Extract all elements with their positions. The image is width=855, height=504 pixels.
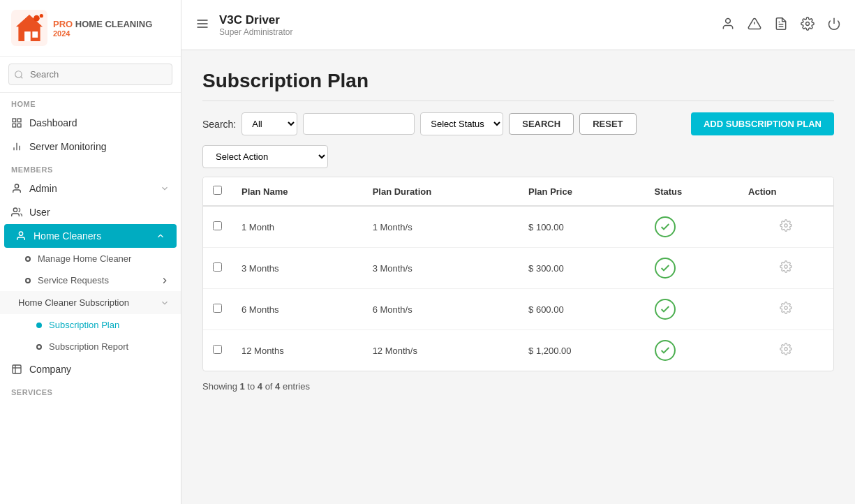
sidebar-item-subscription-report[interactable]: Subscription Report (0, 336, 181, 357)
topbar: V3C Driver Super Administrator (181, 0, 855, 50)
table-row: 1 Month 1 Month/s $ 100.00 (203, 206, 833, 248)
row-gear-button[interactable] (780, 262, 792, 276)
checkmark-icon (660, 345, 671, 356)
sidebar-item-subscription-plan[interactable]: Subscription Plan (0, 314, 181, 336)
dot-empty-icon-2 (25, 278, 31, 283)
row-plan-duration: 6 Month/s (363, 289, 519, 330)
settings-icon (801, 17, 815, 31)
hamburger-icon (195, 17, 209, 31)
svg-point-31 (785, 223, 788, 227)
svg-point-6 (15, 71, 22, 77)
reset-button[interactable]: RESET (579, 113, 636, 135)
search-button[interactable]: SEARCH (509, 113, 574, 135)
checkmark-icon (660, 262, 671, 274)
gear-icon-btn[interactable] (801, 17, 815, 33)
status-active-icon (655, 299, 676, 320)
sidebar-item-home-cleaner-subscription[interactable]: Home Cleaner Subscription (0, 291, 181, 314)
table-header-row: Plan Name Plan Duration Plan Price Statu… (203, 177, 833, 206)
header-action: Action (738, 177, 833, 206)
svg-point-5 (40, 14, 43, 17)
gear-action-icon (780, 302, 792, 314)
home-cleaner-subscription-label: Home Cleaner Subscription (18, 297, 129, 308)
select-all-checkbox[interactable] (213, 186, 222, 195)
sidebar-item-server-monitoring[interactable]: Server Monitoring (0, 135, 181, 158)
sidebar-item-service-requests[interactable]: Service Requests (0, 269, 181, 291)
action-select[interactable]: Select Action Delete (202, 145, 328, 168)
subscription-report-label: Subscription Report (49, 341, 128, 352)
sidebar-item-home-cleaners[interactable]: Home Cleaners (4, 224, 177, 248)
sidebar: PRO HOME CLEANING 2024 HOME Dashboard Se… (0, 0, 181, 504)
svg-rect-8 (13, 119, 16, 122)
row-checkbox-1[interactable] (213, 262, 222, 272)
row-checkbox-3[interactable] (213, 345, 222, 354)
menu-button[interactable] (195, 17, 209, 33)
subscription-table: Plan Name Plan Duration Plan Price Statu… (202, 177, 834, 371)
svg-rect-2 (24, 31, 31, 41)
entries-from: 1 (239, 381, 244, 392)
search-text-input[interactable] (303, 113, 415, 135)
user-icon (721, 17, 735, 31)
search-field-select[interactable]: All (241, 112, 297, 135)
sidebar-item-manage-home-cleaner[interactable]: Manage Home Cleaner (0, 248, 181, 269)
gear-action-icon (780, 219, 792, 232)
table-row: 12 Months 12 Month/s $ 1,200.00 (203, 330, 833, 371)
svg-point-24 (726, 19, 731, 24)
sidebar-search-area (0, 57, 181, 93)
chevron-down-icon (160, 184, 170, 193)
table-row: 6 Months 6 Month/s $ 600.00 (203, 289, 833, 330)
svg-rect-11 (17, 124, 21, 127)
row-plan-name: 6 Months (232, 289, 363, 330)
row-gear-button[interactable] (780, 303, 792, 317)
svg-point-16 (13, 208, 17, 212)
row-checkbox-0[interactable] (213, 221, 222, 230)
status-active-icon (655, 258, 676, 279)
entries-to: 4 (258, 381, 262, 392)
row-plan-duration: 3 Month/s (363, 248, 519, 289)
user-label: User (29, 207, 50, 218)
sidebar-item-user[interactable]: User (0, 200, 181, 224)
action-bar: Select Action Delete (202, 145, 834, 168)
row-plan-duration: 12 Month/s (363, 330, 519, 371)
company-label: Company (29, 364, 71, 375)
row-plan-price: $ 1,200.00 (519, 330, 644, 371)
header-checkbox-cell (203, 177, 232, 206)
row-checkbox-2[interactable] (213, 304, 222, 313)
power-icon-btn[interactable] (827, 17, 841, 33)
person-icon (11, 183, 22, 194)
status-select[interactable]: Select Status Active Inactive (420, 112, 503, 135)
grid-icon (11, 117, 22, 128)
alert-icon-btn[interactable] (748, 17, 761, 33)
logo-area: PRO HOME CLEANING 2024 (0, 0, 181, 57)
row-status (645, 330, 739, 371)
doc-icon-btn[interactable] (774, 17, 788, 33)
row-checkbox-cell (203, 330, 232, 371)
row-plan-price: $ 600.00 (519, 289, 644, 330)
header-plan-duration: Plan Duration (363, 177, 519, 206)
svg-rect-9 (17, 119, 21, 122)
bar-chart-icon (11, 141, 22, 152)
row-gear-button[interactable] (780, 344, 792, 358)
row-checkbox-cell (203, 248, 232, 289)
svg-rect-10 (13, 124, 16, 127)
row-plan-name: 12 Months (232, 330, 363, 371)
home-section-label: HOME (0, 93, 181, 111)
sidebar-search-input[interactable] (8, 64, 172, 85)
table-row: 3 Months 3 Month/s $ 300.00 (203, 248, 833, 289)
building-icon (11, 364, 22, 375)
row-gear-button[interactable] (780, 221, 792, 235)
dot-report-icon (36, 344, 42, 350)
power-icon (827, 17, 841, 31)
user-icon-btn[interactable] (721, 17, 735, 33)
sidebar-item-dashboard[interactable]: Dashboard (0, 111, 181, 135)
admin-label: Admin (29, 183, 57, 194)
topbar-icons-area (721, 17, 841, 33)
sidebar-item-company[interactable]: Company (0, 357, 181, 381)
home-cleaners-label: Home Cleaners (34, 230, 101, 242)
row-plan-name: 3 Months (232, 248, 363, 289)
add-subscription-plan-button[interactable]: ADD SUBSCRIPTION PLAN (691, 112, 834, 135)
sidebar-item-admin[interactable]: Admin (0, 177, 181, 200)
svg-rect-3 (32, 31, 38, 38)
services-section-label: SERVICES (0, 381, 181, 399)
header-plan-price: Plan Price (519, 177, 644, 206)
home-cleaners-icon (15, 230, 27, 242)
